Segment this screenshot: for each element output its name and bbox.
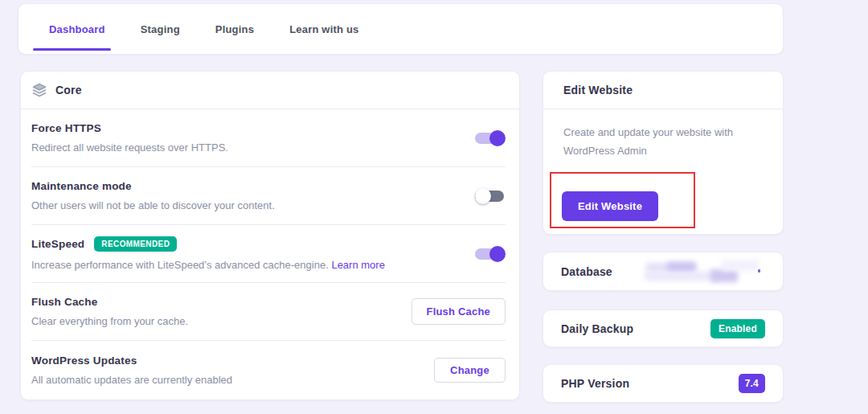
tab-bar: Dashboard Staging Plugins Learn with us [18,3,784,55]
setting-row-force-https: Force HTTPS Redirect all website request… [31,109,506,167]
setting-description: Redirect all website requests over HTTPS… [31,141,228,154]
setting-row-maintenance-mode: Maintenance mode Other users will not be… [31,167,506,225]
flush-cache-button[interactable]: Flush Cache [411,298,506,325]
edit-website-title: Edit Website [563,84,633,96]
core-card: Core Force HTTPS Redirect all website re… [20,71,520,400]
layers-icon [32,83,47,97]
tab-label: Dashboard [49,23,105,35]
setting-description: All automatic updates are currently enab… [31,374,232,386]
edit-website-header: Edit Website [543,72,783,109]
annotation-box: Edit Website [550,172,695,228]
database-label: Database [561,265,612,278]
tab-learn-with-us[interactable]: Learn with us [289,4,358,54]
tab-label: Plugins [215,23,254,35]
tab-label: Staging [141,23,180,35]
setting-description: Increase performance with LiteSpeed’s ad… [31,259,329,271]
maintenance-mode-toggle[interactable] [475,188,506,204]
setting-title: LiteSpeed [31,238,84,250]
php-version-label: PHP Version [561,377,629,390]
core-card-header: Core [21,72,519,109]
setting-title: Maintenance mode [31,180,132,192]
php-version-badge: 7.4 [739,374,765,393]
redacted-database-value [645,258,765,285]
setting-row-litespeed: LiteSpeed RECOMMENDED Increase performan… [31,225,506,283]
tab-label: Learn with us [289,23,358,35]
setting-row-flush-cache: Flush Cache Clear everything from your c… [31,283,506,341]
edit-website-card: Edit Website Create and update your webs… [542,71,784,235]
database-card[interactable]: Database [542,252,784,291]
enabled-badge: Enabled [710,319,765,338]
recommended-badge: RECOMMENDED [94,236,177,252]
litespeed-toggle[interactable] [475,246,506,262]
setting-description: Clear everything from your cache. [31,315,188,327]
force-https-toggle[interactable] [475,130,506,146]
core-rows: Force HTTPS Redirect all website request… [21,109,519,399]
php-version-card[interactable]: PHP Version 7.4 [542,364,784,403]
setting-title: WordPress Updates [31,355,137,367]
setting-title: Flush Cache [31,296,97,308]
tab-staging[interactable]: Staging [141,4,180,54]
edit-website-description: Create and update your website with Word… [563,124,752,161]
setting-description: Other users will not be able to discover… [31,199,275,211]
learn-more-link[interactable]: Learn more [331,259,384,271]
daily-backup-label: Daily Backup [561,322,633,335]
tab-plugins[interactable]: Plugins [215,4,254,54]
edit-website-button[interactable]: Edit Website [562,191,658,221]
daily-backup-card[interactable]: Daily Backup Enabled [542,309,784,347]
setting-row-wordpress-updates: WordPress Updates All automatic updates … [31,341,506,399]
tab-dashboard[interactable]: Dashboard [49,4,105,54]
change-updates-button[interactable]: Change [434,358,506,383]
active-tab-underline [33,48,111,51]
setting-title: Force HTTPS [31,122,101,134]
core-card-title: Core [55,84,82,96]
